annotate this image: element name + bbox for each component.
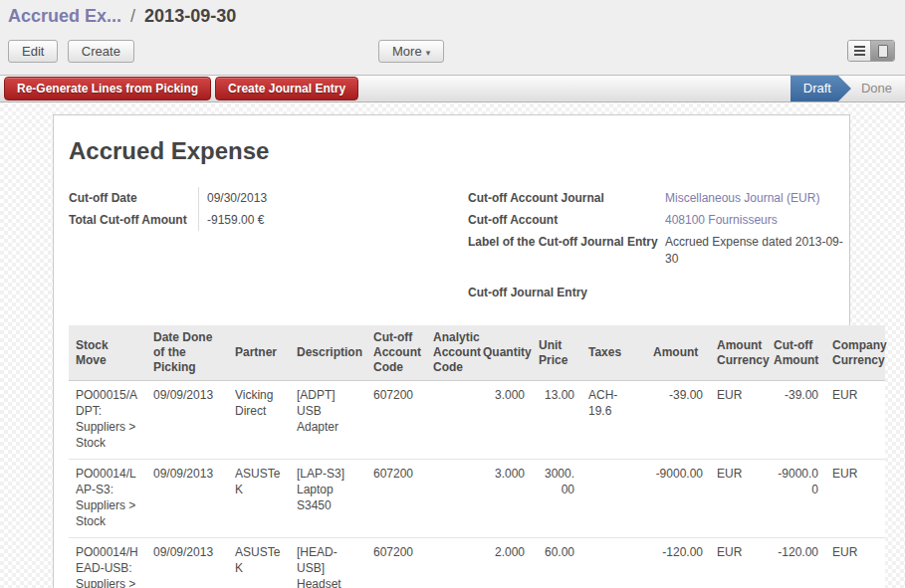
- more-label: More: [392, 44, 422, 59]
- field-row: Cut-off Account 408100 Fournisseurs: [468, 209, 849, 231]
- field-label-cutoff-account-journal: Cut-off Account Journal: [468, 187, 665, 209]
- cell-unit-price[interactable]: 60.00: [532, 538, 581, 588]
- col-header-description[interactable]: Description: [290, 325, 366, 381]
- cell-company-currency[interactable]: EUR: [825, 460, 885, 538]
- cell-partner[interactable]: Vicking Direct: [228, 381, 290, 460]
- field-label-journal-entry-label: Label of the Cut-off Journal Entry: [468, 231, 665, 268]
- cell-stock-move[interactable]: PO00014/LAP-S3: Suppliers > Stock: [69, 460, 146, 538]
- cell-cutoff-amount[interactable]: -120.00: [767, 538, 825, 588]
- cell-quantity[interactable]: 3.000: [476, 460, 532, 538]
- breadcrumb: Accrued Ex... / 2013-09-30: [8, 6, 897, 27]
- cell-cutoff-account-code[interactable]: 607200: [366, 460, 426, 538]
- cell-date-done[interactable]: 09/09/2013: [146, 538, 228, 588]
- col-header-amount[interactable]: Amount: [646, 325, 710, 381]
- field-groups: Cut-off Date 09/30/2013 Total Cut-off Am…: [69, 187, 849, 303]
- cell-unit-price[interactable]: 13.00: [532, 381, 581, 460]
- lines-table: Stock Move Date Done of the Picking Part…: [69, 325, 885, 588]
- field-row: Cut-off Account Journal Miscellaneous Jo…: [468, 187, 849, 209]
- table-row[interactable]: PO00014/LAP-S3: Suppliers > Stock 09/09/…: [69, 460, 885, 538]
- field-value-cutoff-account-journal[interactable]: Miscellaneous Journal (EUR): [665, 187, 846, 209]
- breadcrumb-current: 2013-09-30: [144, 6, 236, 26]
- cell-description[interactable]: [HEAD-USB] Headset USB: [290, 538, 366, 588]
- field-label-cutoff-account: Cut-off Account: [468, 209, 665, 231]
- cell-description[interactable]: [LAP-S3] Laptop S3450: [290, 460, 366, 538]
- table-header-row: Stock Move Date Done of the Picking Part…: [69, 325, 885, 381]
- col-header-stock-move[interactable]: Stock Move: [69, 325, 146, 381]
- form-toolbar: Edit Create More▾: [8, 40, 897, 63]
- breadcrumb-parent-link[interactable]: Accrued Ex...: [8, 6, 121, 26]
- cell-quantity[interactable]: 3.000: [476, 381, 532, 460]
- cell-quantity[interactable]: 2.000: [476, 538, 532, 588]
- col-header-amount-currency[interactable]: Amount Currency: [710, 325, 767, 381]
- form-sheet: Accrued Expense Cut-off Date 09/30/2013 …: [53, 114, 850, 588]
- cell-partner[interactable]: ASUSTeK: [228, 538, 290, 588]
- cell-cutoff-amount[interactable]: -39.00: [767, 381, 825, 460]
- cell-stock-move[interactable]: PO00015/ADPT: Suppliers > Stock: [69, 381, 146, 460]
- cell-amount[interactable]: -9000.00: [646, 460, 710, 538]
- cell-analytic-account-code[interactable]: [426, 381, 476, 460]
- col-header-cutoff-account-code[interactable]: Cut-off Account Code: [366, 325, 426, 381]
- cell-company-currency[interactable]: EUR: [825, 538, 885, 588]
- statusbar-state-draft[interactable]: Draft: [791, 76, 851, 101]
- table-row[interactable]: PO00015/ADPT: Suppliers > Stock 09/09/20…: [69, 381, 885, 460]
- cell-stock-move[interactable]: PO00014/HEAD-USB: Suppliers > Stock: [69, 538, 146, 588]
- cell-amount-currency[interactable]: EUR: [710, 538, 767, 588]
- cell-taxes[interactable]: [581, 538, 646, 588]
- field-value-cutoff-journal-entry: [665, 282, 846, 303]
- list-icon: [854, 46, 865, 56]
- cell-taxes[interactable]: ACH-19.6: [581, 381, 646, 460]
- field-group-right: Cut-off Account Journal Miscellaneous Jo…: [468, 187, 849, 303]
- field-row: Cut-off Date 09/30/2013: [69, 187, 468, 209]
- form-icon: [878, 45, 888, 58]
- col-header-quantity[interactable]: Quantity: [476, 325, 532, 381]
- cell-amount-currency[interactable]: EUR: [710, 460, 767, 538]
- cell-analytic-account-code[interactable]: [426, 538, 476, 588]
- regenerate-lines-button[interactable]: Re-Generate Lines from Picking: [4, 77, 211, 100]
- edit-button[interactable]: Edit: [8, 40, 58, 63]
- col-header-partner[interactable]: Partner: [228, 325, 290, 381]
- breadcrumb-separator: /: [126, 6, 139, 26]
- statusbar-state-done[interactable]: Done: [851, 76, 905, 101]
- field-group-left: Cut-off Date 09/30/2013 Total Cut-off Am…: [69, 187, 468, 303]
- field-label-cutoff-journal-entry: Cut-off Journal Entry: [468, 282, 665, 303]
- create-journal-entry-button[interactable]: Create Journal Entry: [215, 77, 358, 100]
- more-dropdown-button[interactable]: More▾: [378, 40, 444, 63]
- field-value-cutoff-account[interactable]: 408100 Fournisseurs: [665, 209, 846, 231]
- field-label-cutoff-date: Cut-off Date: [69, 187, 198, 209]
- cell-amount-currency[interactable]: EUR: [710, 381, 767, 460]
- create-button[interactable]: Create: [68, 40, 134, 63]
- col-header-taxes[interactable]: Taxes: [581, 325, 646, 381]
- cell-company-currency[interactable]: EUR: [825, 381, 885, 460]
- cell-cutoff-amount[interactable]: -9000.00: [767, 460, 825, 538]
- form-view-button[interactable]: [871, 41, 894, 61]
- lines-list: Stock Move Date Done of the Picking Part…: [69, 325, 885, 588]
- cell-amount[interactable]: -39.00: [646, 381, 710, 460]
- col-header-cutoff-amount[interactable]: Cut-off Amount: [767, 325, 825, 381]
- cell-unit-price[interactable]: 3000.00: [532, 460, 581, 538]
- cell-cutoff-account-code[interactable]: 607200: [366, 381, 426, 460]
- col-header-company-currency[interactable]: Company Currency: [825, 325, 885, 381]
- field-row: Cut-off Journal Entry: [468, 282, 849, 303]
- field-value-cutoff-date: 09/30/2013: [198, 187, 397, 209]
- col-header-analytic-account-code[interactable]: Analytic Account Code: [426, 325, 476, 381]
- field-row: Total Cut-off Amount -9159.00 €: [69, 209, 468, 231]
- chevron-down-icon: ▾: [426, 48, 431, 58]
- cell-date-done[interactable]: 09/09/2013: [146, 460, 228, 538]
- cell-date-done[interactable]: 09/09/2013: [146, 381, 228, 460]
- table-row[interactable]: PO00014/HEAD-USB: Suppliers > Stock 09/0…: [69, 538, 885, 588]
- view-switcher: [847, 40, 895, 62]
- col-header-unit-price[interactable]: Unit Price: [532, 325, 581, 381]
- cell-analytic-account-code[interactable]: [426, 460, 476, 538]
- cell-amount[interactable]: -120.00: [646, 538, 710, 588]
- field-label-total-cutoff-amount: Total Cut-off Amount: [69, 209, 198, 231]
- cell-partner[interactable]: ASUSTeK: [228, 460, 290, 538]
- field-value-journal-entry-label: Accrued Expense dated 2013-09-30: [665, 231, 846, 268]
- list-view-button[interactable]: [848, 41, 871, 61]
- cell-taxes[interactable]: [581, 460, 646, 538]
- cell-cutoff-account-code[interactable]: 607200: [366, 538, 426, 588]
- col-header-date-done[interactable]: Date Done of the Picking: [146, 325, 228, 381]
- statusbar: Draft Done: [791, 76, 905, 101]
- cell-description[interactable]: [ADPT] USB Adapter: [290, 381, 366, 460]
- page-title: Accrued Expense: [69, 137, 849, 165]
- field-value-total-cutoff-amount: -9159.00 €: [198, 209, 397, 231]
